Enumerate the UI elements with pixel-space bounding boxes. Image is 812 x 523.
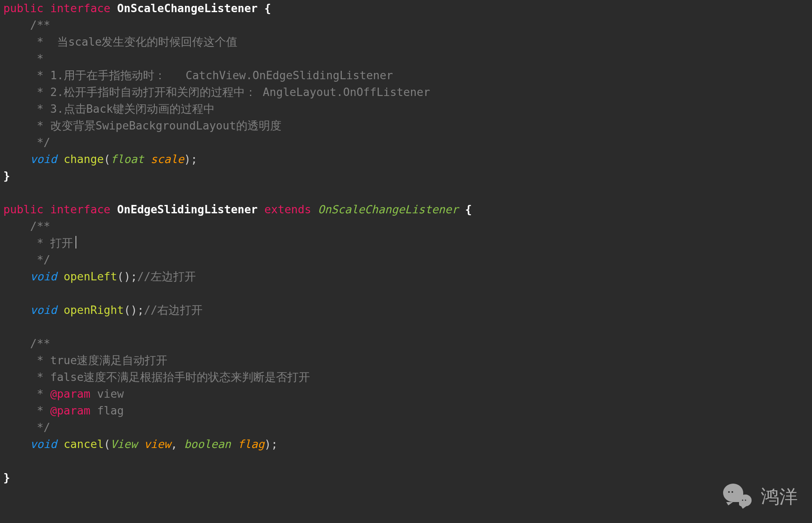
doc-line: * @param view (3, 387, 124, 400)
param-view: view (144, 438, 171, 451)
doc-start: /** (3, 220, 50, 233)
keyword-extends: extends (264, 203, 311, 216)
line-comment: //左边打开 (137, 270, 196, 283)
type-float: float (110, 153, 144, 166)
keyword-public: public (3, 2, 44, 15)
doc-end: */ (3, 136, 50, 149)
method-name: openLeft (64, 270, 117, 283)
doc-line: * 改变背景SwipeBackgroundLayout的透明度 (3, 119, 281, 132)
doc-line: * 2.松开手指时自动打开和关闭的过程中： AngleLayout.OnOffL… (3, 85, 430, 98)
doc-end: */ (3, 421, 50, 434)
keyword-void: void (30, 438, 57, 451)
doc-line: * (3, 52, 44, 65)
keyword-void: void (30, 270, 57, 283)
brace-close: } (3, 169, 10, 182)
doc-start: /** (3, 18, 50, 31)
brace-open: { (264, 2, 271, 15)
keyword-interface: interface (50, 2, 111, 15)
method-name: cancel (64, 438, 104, 451)
text-cursor (75, 236, 76, 249)
doc-line: * 3.点击Back键关闭动画的过程中 (3, 102, 215, 115)
super-type: OnScaleChangeListener (318, 203, 458, 216)
doc-line: * true速度满足自动打开 (3, 354, 168, 367)
doc-line: * 1.用于在手指拖动时： CatchView.OnEdgeSlidingLis… (3, 69, 393, 82)
doc-line: * 当scale发生变化的时候回传这个值 (3, 35, 237, 48)
method-name: change (64, 153, 104, 166)
brace-open: { (465, 203, 472, 216)
param-scale: scale (151, 153, 184, 166)
keyword-void: void (30, 303, 57, 316)
method-name: openRight (64, 303, 124, 316)
keyword-interface: interface (50, 203, 111, 216)
doc-end: */ (3, 253, 50, 266)
keyword-public: public (3, 203, 44, 216)
keyword-void: void (30, 153, 57, 166)
line-comment: //右边打开 (144, 303, 203, 316)
watermark: 鸿洋 (721, 482, 798, 511)
watermark-text: 鸿洋 (761, 484, 798, 509)
type-view: View (110, 438, 137, 451)
param-flag: flag (238, 438, 265, 451)
code-block: public interface OnScaleChangeListener {… (0, 0, 812, 486)
doc-line: * @param flag (3, 404, 124, 417)
type-boolean: boolean (184, 438, 231, 451)
doc-start: /** (3, 337, 50, 350)
wechat-icon (721, 482, 754, 511)
class-name: OnEdgeSlidingListener (117, 203, 258, 216)
doc-tag-param: @param (50, 404, 91, 417)
brace-close: } (3, 471, 10, 484)
class-name: OnScaleChangeListener (117, 2, 258, 15)
doc-tag-param: @param (50, 387, 91, 400)
doc-line: * 打开 (3, 236, 73, 249)
doc-line: * false速度不满足根据抬手时的状态来判断是否打开 (3, 370, 310, 383)
